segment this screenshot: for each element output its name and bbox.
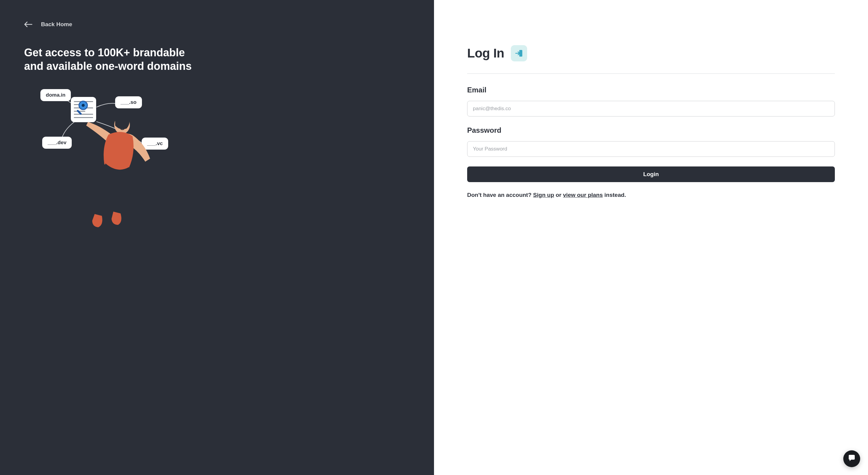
- svg-point-1: [82, 104, 85, 107]
- right-panel: Log In Email Password Login Don't have a…: [434, 0, 868, 475]
- chat-widget-button[interactable]: [843, 450, 860, 467]
- hero-heading: Get access to 100K+ brandable and availa…: [24, 46, 193, 73]
- bubble-so: ___.so: [115, 96, 142, 108]
- back-home-label: Back Home: [41, 21, 72, 28]
- login-icon: [511, 45, 527, 61]
- password-label: Password: [467, 126, 835, 135]
- email-input[interactable]: [467, 101, 835, 116]
- signup-middle: or: [554, 192, 563, 198]
- chat-icon: [847, 454, 856, 464]
- signup-prefix: Don't have an account?: [467, 192, 533, 198]
- plans-link[interactable]: view our plans: [563, 192, 603, 198]
- arrow-left-icon: [24, 21, 33, 27]
- left-panel: Back Home Get access to 100K+ brandable …: [0, 0, 434, 475]
- login-button[interactable]: Login: [467, 166, 835, 182]
- back-home-link[interactable]: Back Home: [24, 21, 72, 28]
- password-input[interactable]: [467, 141, 835, 157]
- signup-row: Don't have an account? Sign up or view o…: [467, 192, 835, 198]
- signup-suffix: instead.: [603, 192, 626, 198]
- title-row: Log In: [467, 45, 835, 61]
- page-title: Log In: [467, 46, 504, 61]
- svg-point-5: [124, 125, 126, 127]
- bubble-dev: ___.dev: [42, 137, 72, 149]
- hero-illustration: doma.in ___.so ___.dev ___.vc: [24, 85, 181, 241]
- person-illustration: [75, 113, 154, 240]
- bubble-domain: doma.in: [40, 89, 71, 101]
- email-label: Email: [467, 86, 835, 94]
- signup-link[interactable]: Sign up: [533, 192, 554, 198]
- svg-point-4: [119, 125, 121, 127]
- divider: [467, 73, 835, 74]
- magnifier-icon: [76, 99, 92, 115]
